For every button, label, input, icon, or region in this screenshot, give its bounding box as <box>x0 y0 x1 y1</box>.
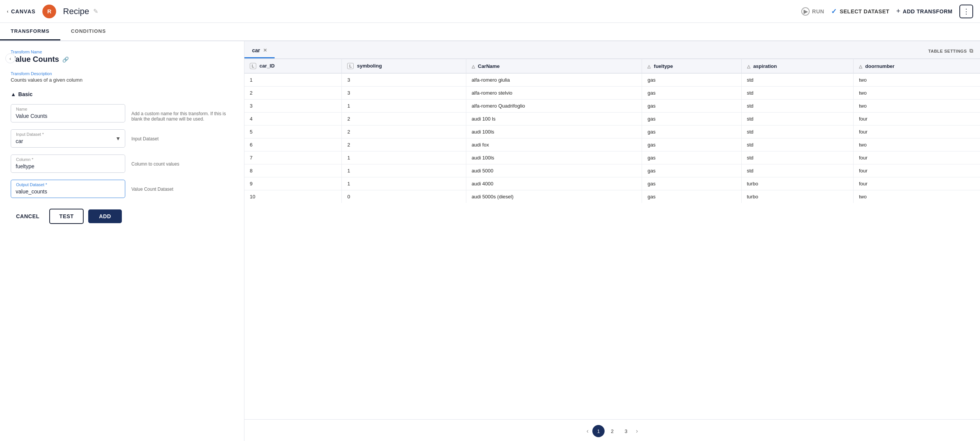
tab-transforms[interactable]: TRANSFORMS <box>0 23 60 40</box>
transform-desc-section-label: Transform Description <box>11 71 233 76</box>
column-field-group: Column * <box>11 155 125 173</box>
main-tabs: TRANSFORMS CONDITIONS <box>0 23 980 41</box>
cancel-button[interactable]: CANCEL <box>11 209 45 223</box>
table-row: 23alfa-romero stelviogasstdtwo <box>244 87 980 100</box>
cell-doornumber-6: four <box>853 151 980 164</box>
app-header: ‹ CANVAS R Recipe ✎ ▶ RUN ✓ SELECT DATAS… <box>0 0 980 23</box>
col-label-symboling: symboling <box>357 63 382 69</box>
col-header-aspiration[interactable]: △ aspiration <box>741 59 853 73</box>
table-body: 13alfa-romero giuliagasstdtwo23alfa-rome… <box>244 73 980 203</box>
cell-aspiration-1: std <box>741 87 853 100</box>
cell-aspiration-2: std <box>741 100 853 113</box>
cell-symboling-6: 1 <box>342 151 466 164</box>
pagination-page-2-button[interactable]: 2 <box>606 425 618 437</box>
table-row: 42audi 100 lsgasstdfour <box>244 113 980 126</box>
cell-doornumber-3: four <box>853 113 980 126</box>
col-type-badge: L <box>347 63 354 69</box>
column-hint: Column to count values <box>131 155 233 167</box>
select-dataset-button[interactable]: ✓ SELECT DATASET <box>831 7 889 16</box>
edit-icon[interactable]: ✎ <box>93 8 98 15</box>
table-row: 81audi 5000gasstdfour <box>244 164 980 177</box>
run-label: RUN <box>812 8 824 14</box>
expand-icon: ⧉ <box>969 48 974 54</box>
title-text: Recipe <box>63 6 89 16</box>
table-row: 100audi 5000s (diesel)gasturbotwo <box>244 190 980 203</box>
col-header-fueltype[interactable]: △ fueltype <box>642 59 741 73</box>
output-dataset-field-row: Output Dataset * Value Count Dataset <box>11 180 233 198</box>
input-dataset-label: Input Dataset * <box>15 132 45 137</box>
cell-doornumber-5: two <box>853 138 980 151</box>
col-type-tri-icon: △ <box>859 64 862 69</box>
cell-symboling-8: 1 <box>342 177 466 190</box>
col-header-doornumber[interactable]: △ doornumber <box>853 59 980 73</box>
cell-fueltype-7: gas <box>642 164 741 177</box>
col-header-symboling[interactable]: L symboling <box>342 59 466 73</box>
output-dataset-label: Output Dataset * <box>15 182 48 187</box>
col-header-CarName[interactable]: △ CarName <box>466 59 642 73</box>
run-button[interactable]: ▶ RUN <box>801 7 824 16</box>
col-label-car_ID: car_ID <box>259 63 275 69</box>
basic-section-toggle[interactable]: ▲ Basic <box>11 91 233 97</box>
pagination-prev-button[interactable]: ‹ <box>584 425 591 437</box>
cell-fueltype-2: gas <box>642 100 741 113</box>
cell-CarName-3: audi 100 ls <box>466 113 642 126</box>
cell-aspiration-5: std <box>741 138 853 151</box>
add-button[interactable]: ADD <box>88 209 122 223</box>
cell-doornumber-1: two <box>853 87 980 100</box>
pagination-page-3-button[interactable]: 3 <box>620 425 632 437</box>
table-row: 31alfa-romero Quadrifogliogasstdtwo <box>244 100 980 113</box>
cell-CarName-8: audi 4000 <box>466 177 642 190</box>
data-table: L car_ID L symboling △ CarName △ <box>244 59 980 203</box>
canvas-label: CANVAS <box>11 8 36 14</box>
chevron-left-icon: ‹ <box>7 9 9 14</box>
page-title: Recipe ✎ <box>63 6 98 16</box>
name-field-label: Name <box>15 107 28 111</box>
dots-icon: ⋮ <box>963 7 970 16</box>
cell-aspiration-7: std <box>741 164 853 177</box>
pagination-next-button[interactable]: › <box>634 425 640 437</box>
transform-name-section-label: Transform Name <box>11 50 233 54</box>
avatar: R <box>42 5 56 18</box>
test-button[interactable]: TEST <box>49 209 84 224</box>
table-tab-label: car <box>252 47 260 53</box>
cell-CarName-1: alfa-romero stelvio <box>466 87 642 100</box>
cell-car_ID-3: 4 <box>244 113 342 126</box>
more-menu-button[interactable]: ⋮ <box>959 5 973 18</box>
name-field-row: Name Add a custom name for this transfor… <box>11 104 233 122</box>
col-label-fueltype: fueltype <box>654 63 673 69</box>
link-icon: 🔗 <box>62 56 69 63</box>
canvas-button[interactable]: ‹ CANVAS <box>7 8 36 14</box>
cell-fueltype-4: gas <box>642 126 741 138</box>
close-tab-icon[interactable]: ✕ <box>263 48 267 53</box>
output-dataset-hint: Value Count Dataset <box>131 180 233 192</box>
check-icon: ✓ <box>831 7 837 16</box>
table-tab-car[interactable]: car ✕ <box>244 43 275 58</box>
plus-icon: + <box>896 7 901 15</box>
col-type-tri-icon: △ <box>472 64 475 69</box>
panel-inner: ‹ Transform Name Value Counts 🔗 Transfor… <box>0 41 244 254</box>
cell-CarName-2: alfa-romero Quadrifoglio <box>466 100 642 113</box>
pagination-page-1-button[interactable]: 1 <box>592 425 605 437</box>
column-field-row: Column * Column to count values <box>11 155 233 173</box>
cell-doornumber-4: four <box>853 126 980 138</box>
action-buttons: CANCEL TEST ADD <box>11 209 233 224</box>
col-header-car_ID[interactable]: L car_ID <box>244 59 342 73</box>
cell-symboling-7: 1 <box>342 164 466 177</box>
collapse-panel-button[interactable]: ‹ <box>5 53 15 63</box>
tab-conditions[interactable]: CONDITIONS <box>60 23 117 40</box>
cell-car_ID-9: 10 <box>244 190 342 203</box>
cell-fueltype-1: gas <box>642 87 741 100</box>
cell-car_ID-4: 5 <box>244 126 342 138</box>
col-type-badge: L <box>250 63 256 69</box>
column-field-label: Column * <box>15 157 34 162</box>
table-header-row: car ✕ TABLE SETTINGS ⧉ <box>244 41 980 58</box>
cell-symboling-0: 3 <box>342 73 466 87</box>
cell-symboling-4: 2 <box>342 126 466 138</box>
add-transform-button[interactable]: + ADD TRANSFORM <box>896 7 953 15</box>
cell-doornumber-0: two <box>853 73 980 87</box>
output-dataset-field-group: Output Dataset * <box>11 180 125 198</box>
cell-car_ID-0: 1 <box>244 73 342 87</box>
cell-symboling-3: 2 <box>342 113 466 126</box>
table-row: 71audi 100lsgasstdfour <box>244 151 980 164</box>
table-settings-button[interactable]: TABLE SETTINGS ⧉ <box>928 48 973 54</box>
